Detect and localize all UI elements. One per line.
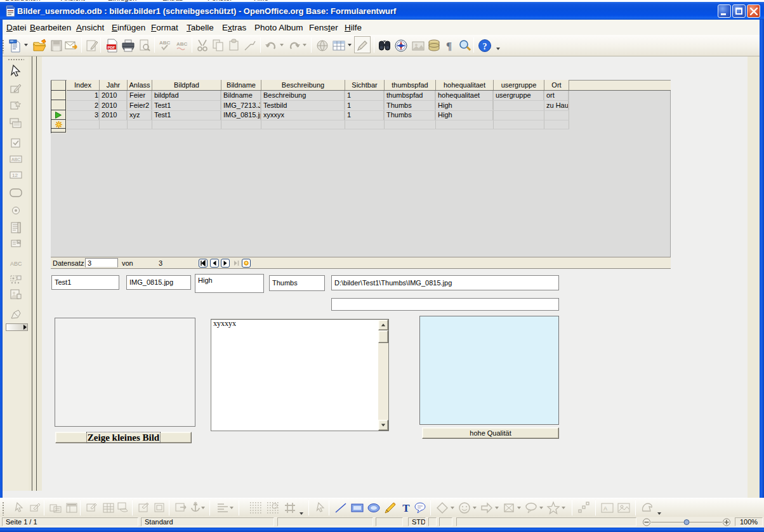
- svg-text:PDF: PDF: [108, 46, 115, 49]
- svg-text:ABC: ABC: [10, 261, 22, 267]
- svg-text:ABC: ABC: [11, 157, 20, 162]
- svg-text:A: A: [603, 505, 607, 512]
- svg-text:12: 12: [12, 172, 18, 178]
- svg-text:T: T: [402, 502, 410, 514]
- svg-text:¶: ¶: [446, 40, 452, 52]
- svg-text:ABC: ABC: [176, 41, 188, 47]
- svg-text:?: ?: [483, 42, 487, 51]
- svg-text:ABC: ABC: [159, 40, 171, 46]
